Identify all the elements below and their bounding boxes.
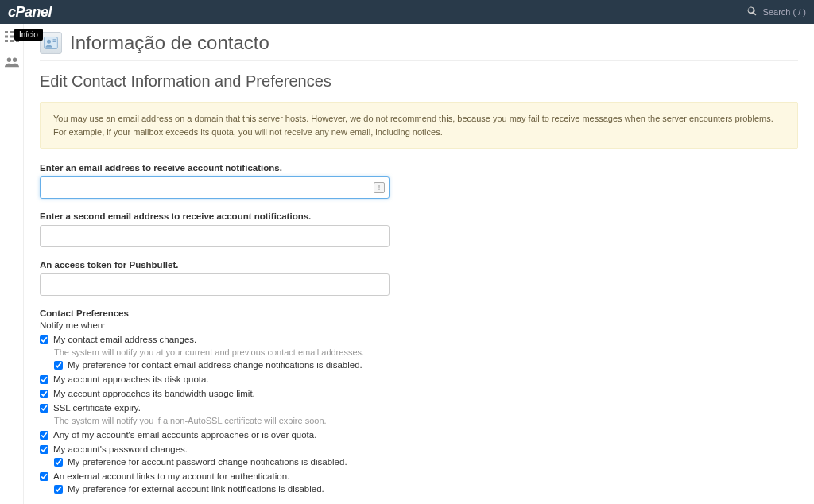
pref-label-6: An external account links to my account … <box>53 471 289 481</box>
pref-checkbox-4[interactable] <box>40 431 48 440</box>
warning-box: You may use an email address on a domain… <box>40 102 798 149</box>
pref-sub-checkbox-5[interactable] <box>54 458 63 467</box>
pref-row-4: Any of my account's email accounts appro… <box>40 430 798 440</box>
pref-label-1: My account approaches its disk quota. <box>53 374 209 384</box>
pref-checkbox-1[interactable] <box>40 375 48 384</box>
pref-subrow-5: My preference for account password chang… <box>54 457 798 467</box>
top-bar: cPanel Search ( / ) <box>0 0 814 24</box>
pref-row-6: An external account links to my account … <box>40 471 798 481</box>
field-email2: Enter a second email address to receive … <box>40 211 798 247</box>
page-title: Informação de contacto <box>70 32 269 54</box>
pref-sub-label-5: My preference for account password chang… <box>68 457 347 467</box>
contact-icon <box>40 32 62 54</box>
logo-text: cPanel <box>8 4 52 20</box>
pref-checkbox-0[interactable] <box>40 335 48 344</box>
pref-sub-checkbox-6[interactable] <box>54 485 63 494</box>
pushbullet-input[interactable] <box>40 273 390 296</box>
pref-label-3: SSL certificate expiry. <box>53 403 141 413</box>
main-content: Informação de contacto Edit Contact Info… <box>24 24 814 504</box>
pref-label-0: My contact email address changes. <box>53 335 196 344</box>
svg-point-9 <box>6 58 10 62</box>
pref-row-1: My account approaches its disk quota. <box>40 374 798 384</box>
logo: cPanel <box>8 4 52 21</box>
notify-line: Notify me when: <box>40 320 798 330</box>
pushbullet-label: An access token for Pushbullet. <box>40 260 798 269</box>
pref-row-3: SSL certificate expiry. <box>40 403 798 413</box>
pref-checkbox-5[interactable] <box>40 445 48 454</box>
pref-subrow-6: My preference for external account link … <box>54 484 798 494</box>
svg-rect-3 <box>5 36 8 38</box>
sidebar-users-icon[interactable] <box>5 56 19 67</box>
svg-point-12 <box>47 40 51 44</box>
pref-label-4: Any of my account's email accounts appro… <box>53 430 316 440</box>
pref-sub-label-0: My preference for contact email address … <box>68 360 362 370</box>
divider <box>40 60 798 61</box>
input-status-icon: ! <box>374 182 385 193</box>
search-placeholder: Search ( / ) <box>763 7 806 17</box>
search-icon <box>747 6 757 17</box>
svg-rect-0 <box>5 31 8 33</box>
svg-rect-7 <box>10 40 14 42</box>
section-title: Edit Contact Information and Preferences <box>40 72 798 91</box>
pref-label-5: My account's password changes. <box>53 444 188 454</box>
svg-rect-6 <box>5 40 8 42</box>
email1-label: Enter an email address to receive accoun… <box>40 163 798 173</box>
pref-row-2: My account approaches its bandwidth usag… <box>40 389 798 398</box>
pref-checkbox-2[interactable] <box>40 390 48 398</box>
pref-sub-checkbox-0[interactable] <box>54 361 63 370</box>
svg-point-10 <box>12 58 16 62</box>
field-pushbullet: An access token for Pushbullet. <box>40 260 798 296</box>
pref-subrow-0: My preference for contact email address … <box>54 360 798 370</box>
pref-checkbox-3[interactable] <box>40 404 48 413</box>
email2-label: Enter a second email address to receive … <box>40 211 798 221</box>
field-email1: Enter an email address to receive accoun… <box>40 163 798 199</box>
email2-input[interactable] <box>40 225 390 247</box>
pref-checkbox-6[interactable] <box>40 472 48 481</box>
pref-label-2: My account approaches its bandwidth usag… <box>53 389 255 398</box>
pref-row-0: My contact email address changes. <box>40 335 798 344</box>
page-header: Informação de contacto <box>40 32 798 54</box>
svg-rect-1 <box>10 31 14 33</box>
pref-row-5: My account's password changes. <box>40 444 798 454</box>
sidebar-tooltip: Início <box>14 29 43 41</box>
svg-rect-4 <box>10 36 14 38</box>
pref-sub-label-6: My preference for external account link … <box>68 484 324 494</box>
pref-hint-3: The system will notify you if a non-Auto… <box>54 416 798 425</box>
pref-hint-0: The system will notify you at your curre… <box>54 347 798 357</box>
left-sidebar <box>0 24 24 504</box>
email1-input[interactable] <box>40 176 390 199</box>
prefs-header: Contact Preferences <box>40 308 798 318</box>
search-area[interactable]: Search ( / ) <box>747 6 806 17</box>
